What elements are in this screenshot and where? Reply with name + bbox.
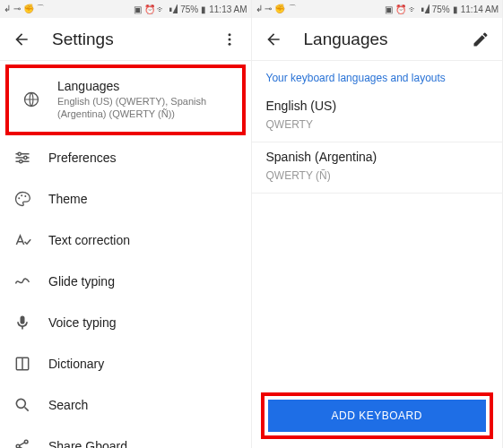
battery-icon: ▮	[453, 4, 458, 14]
language-layout: QWERTY	[266, 118, 489, 131]
svg-point-11	[16, 399, 25, 408]
back-button[interactable]	[263, 29, 284, 50]
svg-point-7	[18, 197, 20, 199]
app-bar: Languages	[252, 18, 503, 61]
status-bar: ↲ ⊸ ✊ ⌒ ▣ ⏰ ᯤ ▮◢ 75% ▮ 11:13 AM	[0, 0, 251, 18]
status-left-icons: ↲ ⊸ ✊ ⌒	[256, 3, 297, 15]
page-title: Languages	[304, 30, 471, 49]
language-item-spanish[interactable]: Spanish (Argentina) QWERTY (Ñ)	[252, 142, 503, 194]
overflow-menu-button[interactable]	[219, 29, 240, 50]
svg-point-4	[18, 152, 21, 155]
settings-screen: ↲ ⊸ ✊ ⌒ ▣ ⏰ ᯤ ▮◢ 75% ▮ 11:13 AM Settings…	[0, 0, 252, 448]
status-icons: ▣ ⏰ ᯤ ▮◢	[134, 4, 178, 14]
settings-item-dictionary[interactable]: Dictionary	[0, 343, 251, 384]
languages-list: Your keyboard languages and layouts Engl…	[252, 61, 503, 448]
language-item-english[interactable]: English (US) QWERTY	[252, 91, 503, 142]
svg-point-12	[16, 444, 20, 448]
svg-point-5	[24, 156, 27, 159]
settings-item-share-gboard[interactable]: Share Gboard	[0, 426, 251, 448]
battery-icon: ▮	[201, 4, 206, 14]
back-arrow-icon	[13, 30, 30, 48]
settings-item-voice-typing[interactable]: Voice typing	[0, 302, 251, 343]
settings-item-title: Share Gboard	[48, 439, 238, 448]
edit-button[interactable]	[470, 29, 491, 50]
status-bar: ↲ ⊸ ✊ ⌒ ▣ ⏰ ᯤ ▮◢ 75% ▮ 11:14 AM	[252, 0, 503, 18]
book-icon	[13, 354, 32, 374]
status-time: 11:13 AM	[209, 4, 247, 14]
settings-item-languages[interactable]: Languages English (US) (QWERTY), Spanish…	[5, 65, 246, 135]
settings-item-glide-typing[interactable]: Glide typing	[0, 261, 251, 302]
svg-point-8	[21, 194, 22, 196]
settings-item-title: Theme	[48, 192, 238, 206]
status-left-icons: ↲ ⊸ ✊ ⌒	[4, 3, 45, 15]
palette-icon	[13, 189, 32, 209]
settings-item-title: Voice typing	[48, 315, 238, 330]
settings-item-search[interactable]: Search	[0, 384, 251, 426]
section-header: Your keyboard languages and layouts	[252, 61, 503, 91]
settings-list: Languages English (US) (QWERTY), Spanish…	[0, 61, 251, 448]
back-arrow-icon	[265, 30, 282, 48]
settings-item-subtitle: English (US) (QWERTY), Spanish (Argentin…	[57, 95, 230, 121]
svg-point-9	[24, 195, 26, 197]
settings-item-title: Glide typing	[48, 274, 238, 289]
languages-screen: ↲ ⊸ ✊ ⌒ ▣ ⏰ ᯤ ▮◢ 75% ▮ 11:14 AM Language…	[252, 0, 504, 448]
add-keyboard-button[interactable]: ADD KEYBOARD	[268, 400, 487, 432]
settings-item-title: Text correction	[48, 233, 238, 247]
language-name: Spanish (Argentina)	[266, 150, 489, 164]
sliders-icon	[13, 148, 32, 168]
settings-item-title: Languages	[57, 79, 230, 93]
status-icons: ▣ ⏰ ᯤ ▮◢	[385, 4, 429, 14]
svg-point-6	[20, 159, 22, 162]
status-time: 11:14 AM	[461, 4, 499, 14]
app-bar: Settings	[0, 18, 251, 61]
battery-text: 75%	[180, 4, 198, 14]
language-layout: QWERTY (Ñ)	[266, 169, 489, 182]
battery-text: 75%	[432, 4, 450, 14]
svg-point-1	[228, 38, 230, 40]
svg-point-0	[228, 33, 230, 36]
pencil-icon	[472, 30, 490, 48]
settings-item-title: Preferences	[48, 151, 238, 165]
share-icon	[13, 436, 32, 448]
settings-item-theme[interactable]: Theme	[0, 178, 251, 220]
back-button[interactable]	[11, 29, 32, 50]
glide-icon	[13, 271, 32, 291]
svg-point-13	[24, 440, 28, 444]
language-name: English (US)	[266, 99, 489, 113]
settings-item-preferences[interactable]: Preferences	[0, 137, 251, 178]
settings-item-title: Dictionary	[48, 357, 238, 371]
search-icon	[13, 395, 32, 415]
page-title: Settings	[52, 30, 219, 49]
mic-icon	[13, 313, 32, 332]
settings-item-title: Search	[48, 398, 238, 412]
text-correction-icon	[13, 230, 32, 250]
svg-point-2	[228, 42, 230, 45]
more-vert-icon	[221, 31, 238, 47]
settings-item-text-correction[interactable]: Text correction	[0, 220, 251, 261]
globe-icon	[22, 90, 41, 109]
add-keyboard-highlight: ADD KEYBOARD	[261, 392, 494, 439]
